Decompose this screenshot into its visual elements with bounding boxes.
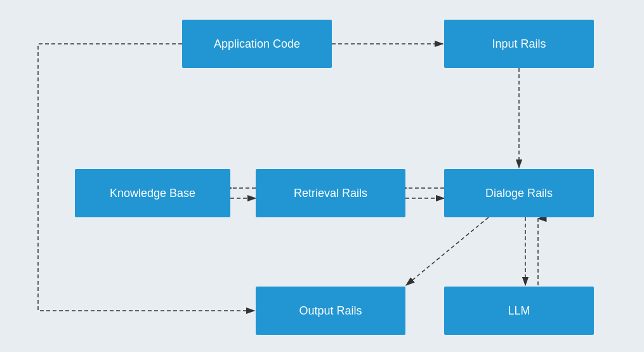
node-output-rails: Output Rails bbox=[256, 287, 405, 335]
node-llm: LLM bbox=[444, 287, 594, 335]
node-application-code: Application Code bbox=[182, 20, 332, 68]
node-input-rails: Input Rails bbox=[444, 20, 594, 68]
diagram-container: Application Code Input Rails Knowledge B… bbox=[0, 0, 644, 352]
svg-line-9 bbox=[406, 217, 489, 285]
node-dialoge-rails: Dialoge Rails bbox=[444, 169, 594, 217]
node-retrieval-rails: Retrieval Rails bbox=[256, 169, 405, 217]
node-knowledge-base: Knowledge Base bbox=[75, 169, 230, 217]
